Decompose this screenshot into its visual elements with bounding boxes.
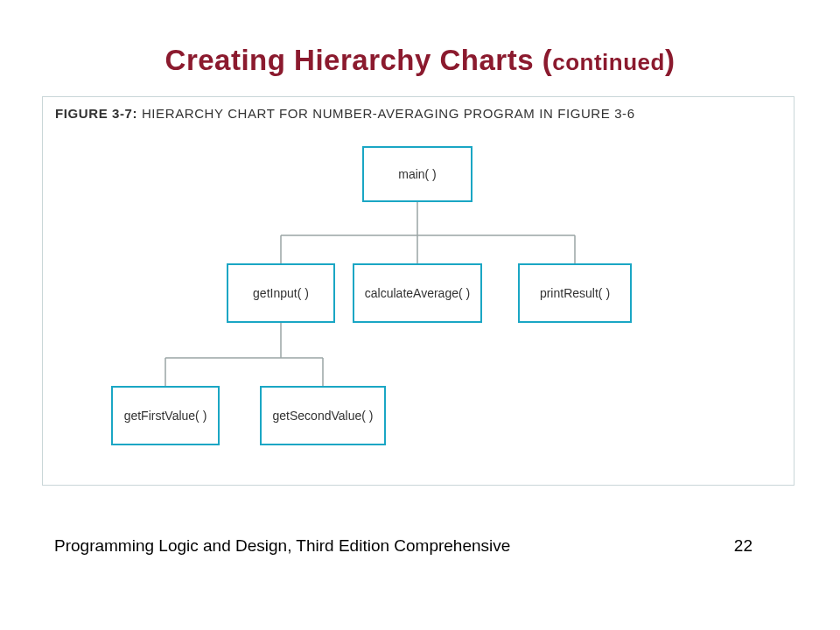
footer-source: Programming Logic and Design, Third Edit… [54,536,510,556]
node-calculateaverage: calculateAverage( ) [353,263,482,323]
title-main: Creating Hierarchy Charts ( [165,44,553,76]
node-printresult-label: printResult( ) [540,286,610,300]
figure-caption: FIGURE 3-7: HIERARCHY CHART FOR NUMBER-A… [55,106,635,121]
node-getfirstvalue: getFirstValue( ) [111,386,220,445]
node-getinput-label: getInput( ) [253,286,309,300]
node-getsecondvalue: getSecondValue( ) [260,386,386,445]
figure-label: FIGURE 3-7: [55,106,137,121]
node-printresult: printResult( ) [518,263,632,323]
slide-title: Creating Hierarchy Charts (continued) [0,0,840,77]
node-calculateaverage-label: calculateAverage( ) [365,286,470,300]
figure-frame: FIGURE 3-7: HIERARCHY CHART FOR NUMBER-A… [42,96,794,486]
title-sub: continued [552,49,665,75]
hierarchy-diagram: main( ) getInput( ) calculateAverage( ) … [43,132,794,482]
figure-caption-text: HIERARCHY CHART FOR NUMBER-AVERAGING PRO… [137,106,635,121]
footer-page: 22 [734,536,752,556]
node-getinput: getInput( ) [227,263,335,323]
node-main: main( ) [362,146,472,202]
title-close: ) [665,44,676,76]
node-getfirstvalue-label: getFirstValue( ) [124,409,207,423]
node-getsecondvalue-label: getSecondValue( ) [273,409,374,423]
node-main-label: main( ) [398,167,437,181]
